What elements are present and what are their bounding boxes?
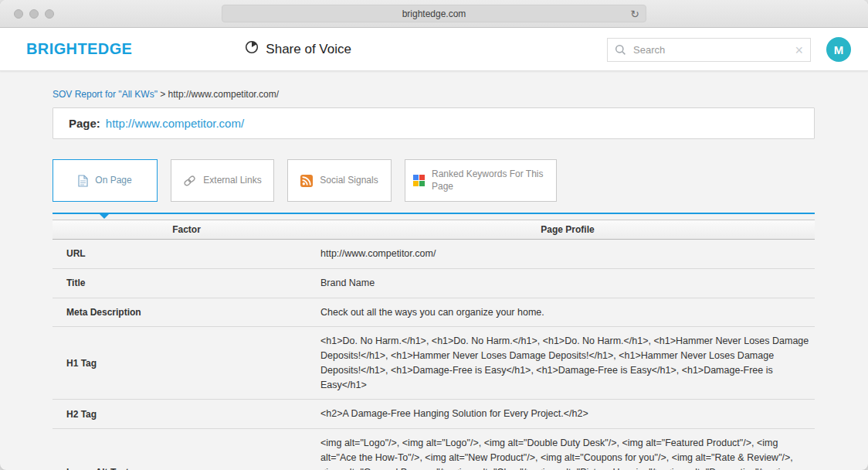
document-icon [78,175,88,187]
column-header-page-profile: Page Profile [320,224,815,235]
tab-label: Social Signals [320,175,378,187]
page-url-panel: Page: http://www.competitor.com/ [53,107,815,139]
row-factor-label: H1 Tag [53,358,320,369]
brightedge-logo[interactable]: BRIGHTEDGE [26,40,132,58]
table-row: URL http://www.competitor.com/ [53,240,815,269]
breadcrumb-sov-report-link[interactable]: SOV Report for "All KWs" [53,89,158,100]
refresh-icon[interactable]: ↻ [630,9,639,19]
tab-ranked-keywords[interactable]: Ranked Keywords For This Page [405,159,557,202]
search-box[interactable]: × [607,38,811,62]
close-window-button[interactable] [14,9,23,19]
active-tab-underline [53,213,815,214]
active-tab-caret [100,214,109,219]
page-title: Share of Voice [245,40,351,58]
search-icon [615,44,626,56]
google-icon [413,175,425,186]
search-clear-icon[interactable]: × [795,43,803,57]
tab-label: Ranked Keywords For This Page [432,169,548,192]
page-url-link[interactable]: http://www.competitor.com/ [106,117,244,130]
breadcrumb-separator: > [160,89,165,100]
on-page-factor-table: Factor Page Profile URL http://www.compe… [53,220,815,470]
tab-external-links[interactable]: External Links [171,159,274,202]
table-header-row: Factor Page Profile [53,220,815,240]
breadcrumb-current: http://www.competitor.com/ [168,89,279,100]
table-row: Image Alt Text <img alt="Logo"/>, <img a… [53,429,815,470]
row-factor-label: H2 Tag [53,409,320,420]
row-factor-label: Image Alt Text [53,467,320,470]
breadcrumb: SOV Report for "All KWs" > http://www.co… [53,71,815,107]
tab-label: External Links [203,175,261,187]
row-value: Brand Name [320,269,815,298]
link-icon [183,175,196,187]
main-content: SOV Report for "All KWs" > http://www.co… [0,71,868,470]
row-factor-label: URL [53,248,320,259]
row-factor-label: Title [53,278,320,288]
address-bar[interactable]: brightedge.com ↻ [222,5,646,22]
row-value: <h1>Do. No Harm.</h1>, <h1>Do. No Harm.<… [320,327,815,399]
table-row: Meta Description Check out all the ways … [53,298,815,328]
table-row: H1 Tag <h1>Do. No Harm.</h1>, <h1>Do. No… [53,327,815,400]
user-avatar[interactable]: M [826,37,851,62]
browser-chrome: brightedge.com ↻ [0,0,868,28]
minimize-window-button[interactable] [29,9,39,19]
search-input[interactable] [632,43,795,56]
window-controls [14,0,54,28]
tab-on-page[interactable]: On Page [53,159,158,202]
row-value: <img alt="Logo"/>, <img alt="Logo"/>, <i… [320,429,815,470]
table-row: Title Brand Name [53,269,815,298]
row-value: Check out all the ways you can organize … [320,298,815,327]
row-value: <h2>A Damage-Free Hanging Solution for E… [320,400,815,428]
page-label: Page: [69,117,100,130]
share-of-voice-icon [245,40,259,58]
page-title-label: Share of Voice [266,42,351,57]
tab-label: On Page [95,175,131,187]
row-factor-label: Meta Description [53,307,320,318]
column-header-factor: Factor [53,224,320,235]
address-bar-url: brightedge.com [402,9,466,19]
rss-icon [300,175,313,187]
browser-window: brightedge.com ↻ BRIGHTEDGE Share of Voi… [0,0,868,470]
tab-bar: On Page External Links [53,159,815,202]
app-header: BRIGHTEDGE Share of Voice × M [0,28,868,71]
tab-social-signals[interactable]: Social Signals [287,159,392,202]
zoom-window-button[interactable] [45,9,54,19]
table-row: H2 Tag <h2>A Damage-Free Hanging Solutio… [53,400,815,429]
row-value: http://www.competitor.com/ [320,240,815,268]
